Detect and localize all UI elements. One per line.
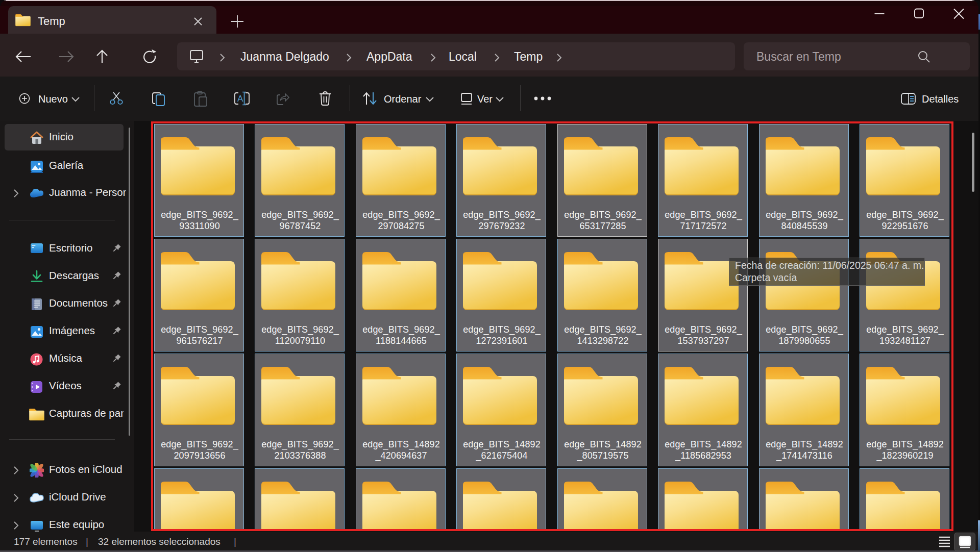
svg-text:A: A [237,94,243,104]
